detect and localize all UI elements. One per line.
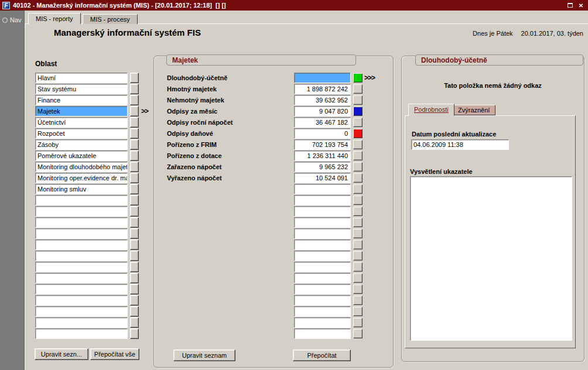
tab-zvyrazneni[interactable]: Zvýraznění (452, 105, 495, 115)
oblast-row-button[interactable] (130, 273, 139, 283)
oblast-row-button[interactable] (130, 251, 139, 261)
gray-indicator-button[interactable] (353, 173, 363, 183)
gray-indicator-button[interactable] (353, 229, 363, 238)
gray-indicator-button[interactable] (353, 273, 363, 283)
majetek-value-field[interactable]: 9 965 232 (294, 162, 351, 172)
oblast-item-field[interactable]: Rozpočet (35, 128, 128, 139)
oblast-item-field[interactable]: Stav systému (35, 84, 128, 94)
oblast-row-button[interactable] (130, 239, 139, 250)
majetek-value-field[interactable] (294, 262, 351, 272)
oblast-item-field[interactable] (35, 228, 128, 239)
oblast-item-field[interactable]: Finance (35, 95, 128, 105)
oblast-item-field[interactable] (35, 239, 128, 250)
majetek-value-field[interactable] (294, 184, 351, 194)
gray-indicator-button[interactable] (353, 218, 363, 227)
gray-indicator-button[interactable] (353, 95, 363, 105)
gray-indicator-button[interactable] (353, 240, 363, 249)
majetek-edit-button[interactable]: Upravit seznam (173, 350, 235, 361)
oblast-row-button[interactable] (130, 173, 139, 183)
oblast-row-button[interactable] (130, 328, 139, 339)
majetek-value-field[interactable] (294, 239, 351, 250)
gray-indicator-button[interactable] (353, 262, 363, 272)
oblast-row-button[interactable] (130, 73, 139, 83)
majetek-value-field[interactable]: 39 632 952 (294, 95, 351, 105)
tab-mis-procesy[interactable]: MIS - procesy (83, 14, 138, 24)
oblast-row-button[interactable] (130, 95, 139, 105)
gray-indicator-button[interactable] (353, 196, 363, 205)
majetek-value-field[interactable] (294, 73, 351, 83)
oblast-item-field[interactable] (35, 295, 128, 306)
majetek-value-field[interactable] (294, 228, 351, 239)
oblast-row-button[interactable] (130, 306, 139, 317)
majetek-value-field[interactable] (294, 206, 351, 217)
gray-indicator-button[interactable] (353, 84, 363, 94)
oblast-item-field[interactable] (35, 284, 128, 294)
majetek-value-field[interactable]: 1 898 872 242 (294, 84, 351, 94)
oblast-item-field[interactable] (35, 217, 128, 228)
majetek-value-field[interactable] (294, 195, 351, 205)
oblast-row-button[interactable] (130, 150, 139, 161)
gray-indicator-button[interactable] (353, 307, 363, 316)
oblast-item-field[interactable] (35, 251, 128, 261)
oblast-row-button[interactable] (130, 184, 139, 194)
explanation-textarea[interactable] (410, 176, 572, 341)
oblast-item-field[interactable] (35, 195, 128, 205)
oblast-item-field[interactable]: Hlavní (35, 73, 128, 83)
oblast-row-button[interactable] (130, 139, 139, 150)
oblast-item-field[interactable] (35, 206, 128, 217)
gray-indicator-button[interactable] (353, 118, 363, 127)
majetek-value-field[interactable]: 9 047 820 (294, 106, 351, 117)
oblast-item-field[interactable] (35, 317, 128, 328)
oblast-row-button[interactable] (130, 217, 139, 228)
majetek-value-field[interactable] (294, 284, 351, 294)
nav-toggle[interactable]: Nav (0, 11, 24, 23)
oblast-edit-button[interactable]: Upravit sezn... (35, 348, 88, 360)
oblast-row-button[interactable] (130, 228, 139, 239)
oblast-item-field[interactable]: Monitoring dlouhodobého majetk (35, 162, 128, 172)
oblast-item-field[interactable] (35, 328, 128, 339)
majetek-value-field[interactable]: 10 524 091 (294, 173, 351, 183)
blue-indicator-button[interactable] (353, 107, 363, 116)
tab-podrobnosti[interactable]: Podrobnosti (408, 104, 454, 116)
oblast-row-button[interactable] (130, 195, 139, 205)
oblast-item-field[interactable]: Monitoring oper.evidence dr. ma (35, 173, 128, 183)
gray-indicator-button[interactable] (353, 251, 363, 261)
oblast-row-button[interactable] (130, 128, 139, 139)
oblast-row-button[interactable] (130, 84, 139, 94)
oblast-recalc-all-button[interactable]: Přepočítat vše (90, 348, 139, 360)
oblast-row-button[interactable] (130, 117, 139, 128)
red-indicator-button[interactable] (353, 129, 363, 138)
oblast-item-field[interactable] (35, 262, 128, 272)
gray-indicator-button[interactable] (353, 151, 363, 160)
majetek-value-field[interactable] (294, 328, 351, 339)
majetek-value-field[interactable]: 0 (294, 128, 351, 139)
green-indicator-button[interactable] (353, 73, 363, 83)
oblast-row-button[interactable] (130, 284, 139, 294)
oblast-row-button[interactable] (130, 162, 139, 172)
last-update-field[interactable]: 04.06.2009 11:38 (411, 139, 509, 150)
gray-indicator-button[interactable] (353, 207, 363, 216)
oblast-item-field[interactable]: Zásoby (35, 139, 128, 150)
gray-indicator-button[interactable] (353, 296, 363, 305)
oblast-row-button[interactable] (130, 106, 139, 117)
majetek-value-field[interactable]: 1 236 311 440 (294, 150, 351, 161)
gray-indicator-button[interactable] (353, 329, 363, 338)
gray-indicator-button[interactable] (353, 184, 363, 194)
close-button[interactable]: ✕ (576, 1, 586, 9)
gray-indicator-button[interactable] (353, 318, 363, 327)
oblast-row-button[interactable] (130, 317, 139, 328)
gray-indicator-button[interactable] (353, 162, 363, 172)
gray-indicator-button[interactable] (353, 140, 363, 149)
majetek-value-field[interactable] (294, 317, 351, 328)
majetek-value-field[interactable]: 36 467 182 (294, 117, 351, 128)
oblast-row-button[interactable] (130, 295, 139, 306)
tab-mis-reporty[interactable]: MIS - reporty (28, 13, 81, 24)
majetek-value-field[interactable] (294, 306, 351, 317)
restore-button[interactable] (565, 1, 575, 9)
majetek-value-field[interactable] (294, 273, 351, 283)
oblast-item-field[interactable]: Majetek (35, 106, 128, 117)
oblast-item-field[interactable] (35, 306, 128, 317)
gray-indicator-button[interactable] (353, 285, 363, 294)
oblast-item-field[interactable]: Poměrové ukazatele (35, 150, 128, 161)
oblast-row-button[interactable] (130, 262, 139, 272)
